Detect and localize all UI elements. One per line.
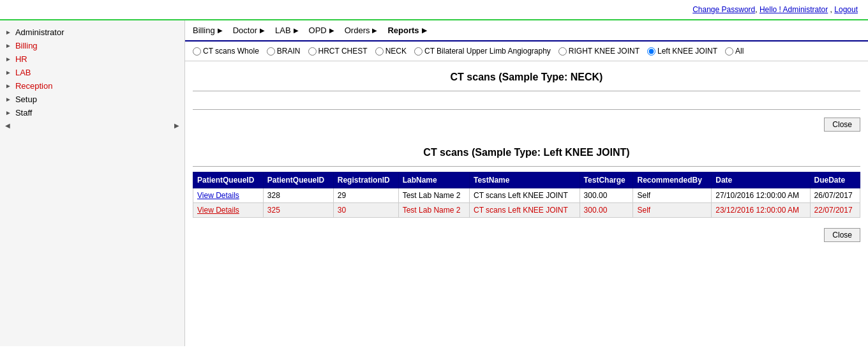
section1-divider2 xyxy=(193,109,860,110)
cell-patientqueueid: 328 xyxy=(263,188,333,203)
col-patientqueueid2: PatientQueueID xyxy=(263,172,333,188)
nav-opd-arrow: ▶ xyxy=(329,27,334,34)
nav-bar: Billing ▶ Doctor ▶ LAB ▶ OPD ▶ Orders ▶ … xyxy=(185,20,868,42)
filter-ct-bilateral-radio[interactable] xyxy=(414,47,423,56)
close-btn-row-1: Close xyxy=(185,112,868,137)
col-patientqueueid1: PatientQueueID xyxy=(193,172,264,188)
filter-ct-bilateral-label: CT Bilateral Upper Limb Angiography xyxy=(424,47,551,56)
cell-date: 27/10/2016 12:00:00 AM xyxy=(712,188,810,203)
sidebar-item-hr[interactable]: ► HR xyxy=(0,52,184,66)
filter-ct-bilateral[interactable]: CT Bilateral Upper Limb Angiography xyxy=(414,47,551,56)
col-testcharge: TestCharge xyxy=(580,172,633,188)
close-btn-row-2: Close xyxy=(185,223,868,247)
filter-right-knee-label: RIGHT KNEE JOINT xyxy=(569,47,640,56)
nav-lab[interactable]: LAB ▶ xyxy=(275,26,299,35)
section2-divider xyxy=(193,166,860,167)
sidebar-label-reception: Reception xyxy=(15,81,53,91)
sidebar-arrow-reception: ► xyxy=(5,82,11,89)
filter-left-knee-radio[interactable] xyxy=(647,47,655,56)
sidebar-arrow-hr: ► xyxy=(5,56,11,63)
cell-testname: CT scans Left KNEE JOINT xyxy=(470,203,580,218)
filter-left-knee-label: Left KNEE JOINT xyxy=(657,47,717,56)
sidebar-arrow-staff: ► xyxy=(5,109,11,116)
sidebar-item-reception[interactable]: ► Reception xyxy=(0,79,184,93)
table-row: View Details 328 29 Test Lab Name 2 CT s… xyxy=(193,188,860,203)
sidebar-label-lab: LAB xyxy=(15,68,31,77)
nav-doctor-arrow: ▶ xyxy=(260,27,265,34)
filter-all[interactable]: All xyxy=(725,47,744,56)
close-button-1[interactable]: Close xyxy=(824,118,860,132)
nav-lab-label: LAB xyxy=(275,26,291,35)
filter-hrct-chest-radio[interactable] xyxy=(308,47,317,56)
sidebar-arrow-lab: ► xyxy=(5,69,11,76)
sidebar-label-hr: HR xyxy=(15,54,27,64)
data-table: PatientQueueID PatientQueueID Registrati… xyxy=(193,172,860,218)
nav-reports-label: Reports xyxy=(387,26,419,35)
sidebar-scroll-right[interactable]: ▶ xyxy=(174,122,179,129)
cell-date: 23/12/2016 12:00:00 AM xyxy=(712,203,810,218)
filter-ct-whole[interactable]: CT scans Whole xyxy=(193,47,259,56)
filter-neck[interactable]: NECK xyxy=(375,47,407,56)
sidebar-item-administrator[interactable]: ► Administrator xyxy=(0,26,184,39)
col-labname: LabName xyxy=(398,172,469,188)
logout-link[interactable]: Logout xyxy=(834,5,858,14)
sidebar-item-lab[interactable]: ► LAB xyxy=(0,66,184,79)
filter-all-radio[interactable] xyxy=(725,47,733,56)
sidebar: ► Administrator ► Billing ► HR ► LAB ► R… xyxy=(0,20,185,346)
cell-recommendedby: Self xyxy=(633,203,712,218)
sidebar-scroll: ◀ ▶ xyxy=(0,119,184,132)
filter-neck-label: NECK xyxy=(385,47,407,56)
sidebar-arrow-setup: ► xyxy=(5,96,11,103)
col-duedate: DueDate xyxy=(810,172,860,188)
filter-brain-radio[interactable] xyxy=(267,47,275,56)
cell-testcharge: 300.00 xyxy=(580,203,633,218)
section1-title: CT scans (Sample Type: NECK) xyxy=(185,61,868,88)
filter-brain-label: BRAIN xyxy=(277,47,301,56)
filter-ct-whole-radio[interactable] xyxy=(193,47,201,56)
nav-opd[interactable]: OPD ▶ xyxy=(309,26,334,35)
nav-doctor[interactable]: Doctor ▶ xyxy=(233,26,265,35)
filter-neck-radio[interactable] xyxy=(375,47,384,56)
nav-billing-label: Billing xyxy=(193,26,215,35)
nav-doctor-label: Doctor xyxy=(233,26,257,35)
change-password-link[interactable]: Change Password xyxy=(692,5,755,14)
filter-brain[interactable]: BRAIN xyxy=(267,47,301,56)
cell-link[interactable]: View Details xyxy=(193,203,264,218)
nav-billing[interactable]: Billing ▶ xyxy=(193,26,223,35)
nav-reports[interactable]: Reports ▶ xyxy=(387,26,426,35)
cell-duedate: 22/07/2017 xyxy=(810,203,860,218)
section2-title: CT scans (Sample Type: Left KNEE JOINT) xyxy=(185,137,868,164)
filter-right-knee[interactable]: RIGHT KNEE JOINT xyxy=(558,47,640,56)
cell-link[interactable]: View Details xyxy=(193,188,264,203)
nav-billing-arrow: ▶ xyxy=(218,27,223,34)
filter-hrct-chest-label: HRCT CHEST xyxy=(318,47,368,56)
sidebar-item-staff[interactable]: ► Staff xyxy=(0,106,184,119)
filter-ct-whole-label: CT scans Whole xyxy=(203,47,259,56)
col-date: Date xyxy=(712,172,810,188)
col-testname: TestName xyxy=(470,172,580,188)
nav-orders[interactable]: Orders ▶ xyxy=(345,26,378,35)
cell-patientqueueid: 325 xyxy=(263,203,333,218)
sidebar-item-setup[interactable]: ► Setup xyxy=(0,93,184,106)
filter-right-knee-radio[interactable] xyxy=(558,47,567,56)
cell-recommendedby: Self xyxy=(633,188,712,203)
nav-opd-label: OPD xyxy=(309,26,327,35)
filter-row: CT scans Whole BRAIN HRCT CHEST NECK CT … xyxy=(185,42,868,61)
nav-orders-arrow: ▶ xyxy=(372,27,377,34)
hello-admin-link[interactable]: Hello ! Administrator xyxy=(760,5,828,14)
sidebar-label-administrator: Administrator xyxy=(15,27,64,37)
sidebar-item-billing[interactable]: ► Billing xyxy=(0,39,184,52)
cell-testcharge: 300.00 xyxy=(580,188,633,203)
col-recommendedby: RecommendedBy xyxy=(633,172,712,188)
filter-hrct-chest[interactable]: HRCT CHEST xyxy=(308,47,368,56)
data-table-wrapper: PatientQueueID PatientQueueID Registrati… xyxy=(185,172,868,218)
sidebar-label-billing: Billing xyxy=(15,41,38,50)
sidebar-arrow-billing: ► xyxy=(5,42,11,49)
nav-reports-arrow: ▶ xyxy=(422,27,427,34)
filter-all-label: All xyxy=(735,47,744,56)
close-button-2[interactable]: Close xyxy=(824,228,860,242)
nav-lab-arrow: ▶ xyxy=(294,27,299,34)
cell-testname: CT scans Left KNEE JOINT xyxy=(470,188,580,203)
sidebar-scroll-left[interactable]: ◀ xyxy=(5,122,10,129)
filter-left-knee[interactable]: Left KNEE JOINT xyxy=(647,47,717,56)
